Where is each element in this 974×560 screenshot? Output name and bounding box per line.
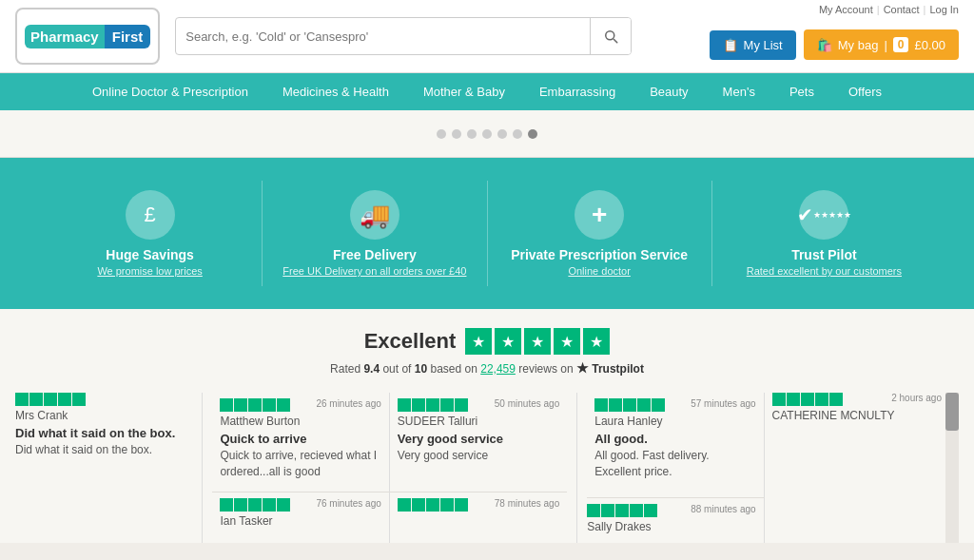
scrollbar[interactable] bbox=[945, 393, 959, 543]
review-card-mrscrank: Mrs Crank Did what it said on the box. D… bbox=[15, 393, 203, 543]
trustpilot-title: Trust Pilot bbox=[791, 247, 856, 262]
trustpilot-excellent: Excellent bbox=[364, 329, 457, 354]
tp-star-4: ★ bbox=[554, 328, 580, 355]
trustpilot-stars: ★ ★ ★ ★ ★ bbox=[465, 328, 610, 355]
reviewer-mrscrank: Mrs Crank bbox=[15, 409, 192, 422]
dot-6[interactable] bbox=[513, 129, 522, 139]
review-time-laura: 57 minutes ago bbox=[691, 398, 755, 409]
dot-2[interactable] bbox=[452, 129, 461, 139]
mylist-label: My List bbox=[744, 38, 783, 52]
review-body-laura: All good. Fast delivery. Excellent price… bbox=[594, 448, 755, 480]
bag-count: 0 bbox=[893, 37, 909, 52]
review-card-sally: 88 minutes ago Sally Drakes bbox=[587, 498, 764, 543]
feature-prescription: + Private Prescription Service Online do… bbox=[488, 181, 712, 286]
nav-medicines[interactable]: Medicines & Health bbox=[265, 73, 406, 110]
login-link[interactable]: Log In bbox=[929, 4, 959, 15]
mybag-button[interactable]: 🛍️ My bag | 0 £0.00 bbox=[804, 29, 959, 60]
dot-4[interactable] bbox=[482, 129, 492, 139]
feature-savings: £ Huge Savings We promise low prices bbox=[38, 181, 263, 286]
review-right-grid: 57 minutes ago Laura Hanley All good. Al… bbox=[577, 393, 942, 543]
reviewer-sudeer: SUDEER Talluri bbox=[398, 415, 559, 428]
nav-beauty[interactable]: Beauty bbox=[633, 73, 705, 110]
logo-pharmacy: Pharmacy bbox=[25, 25, 105, 48]
mybag-label: My bag bbox=[838, 38, 879, 52]
tp-star-3: ★ bbox=[524, 328, 551, 355]
nav-offers[interactable]: Offers bbox=[831, 73, 899, 110]
tp-star-2: ★ bbox=[495, 328, 521, 355]
review-card-sudeer: 50 minutes ago SUDEER Talluri Very good … bbox=[390, 393, 567, 492]
reviewer-laura: Laura Hanley bbox=[594, 415, 755, 428]
nav-online-doctor[interactable]: Online Doctor & Prescription bbox=[75, 73, 265, 110]
header: My Account | Contact | Log In Pharmacy F… bbox=[0, 0, 974, 73]
delivery-sub[interactable]: Free UK Delivery on all orders over £40 bbox=[282, 265, 466, 277]
tp-logo-name: Trustpilot bbox=[592, 362, 644, 376]
dot-5[interactable] bbox=[497, 129, 507, 139]
review-card-matthew: 26 minutes ago Matthew Burton Quick to a… bbox=[212, 393, 389, 492]
nav-pets[interactable]: Pets bbox=[772, 73, 831, 110]
trustpilot-sub[interactable]: Rated excellent by our customers bbox=[747, 265, 902, 277]
savings-icon: £ bbox=[126, 190, 175, 240]
trustpilot-badge-icon: ✔★★★★★ bbox=[799, 190, 848, 240]
logo[interactable]: Pharmacy First bbox=[15, 8, 160, 65]
review-stars-mrscrank bbox=[15, 393, 86, 406]
review-title-laura: All good. bbox=[594, 432, 755, 446]
reviewer-sally: Sally Drakes bbox=[587, 520, 755, 533]
dot-1[interactable] bbox=[437, 129, 446, 139]
review-title-mrscrank: Did what it said on the box. bbox=[15, 426, 192, 440]
review-card-catherine: 2 hours ago CATHERINE MCNULTY bbox=[765, 393, 942, 498]
reviews-section: Mrs Crank Did what it said on the box. D… bbox=[0, 385, 974, 543]
nav-mother-baby[interactable]: Mother & Baby bbox=[406, 73, 522, 110]
review-placeholder bbox=[765, 498, 942, 543]
bag-price: £0.00 bbox=[914, 38, 945, 52]
feature-trustpilot: ✔★★★★★ Trust Pilot Rated excellent by ou… bbox=[712, 181, 936, 286]
review-time-2hrs: 2 hours ago bbox=[891, 393, 942, 403]
search-bar bbox=[175, 17, 632, 55]
tp-logo: ★ Trustpilot bbox=[576, 362, 644, 376]
trustpilot-rated: Rated 9.4 out of 10 based on 22,459 revi… bbox=[15, 360, 959, 376]
reviewer-catherine: CATHERINE MCNULTY bbox=[772, 409, 942, 422]
features-banner: £ Huge Savings We promise low prices 🚚 F… bbox=[0, 158, 974, 309]
header-actions: 📋 My List 🛍️ My bag | 0 £0.00 bbox=[710, 12, 959, 60]
savings-title: Huge Savings bbox=[106, 247, 194, 262]
search-input[interactable] bbox=[176, 29, 590, 44]
review-card-ian: 76 minutes ago Ian Tasker bbox=[212, 492, 389, 543]
my-account-link[interactable]: My Account bbox=[819, 4, 873, 15]
review-body-sudeer: Very good service bbox=[398, 448, 559, 464]
prescription-title: Private Prescription Service bbox=[511, 247, 688, 262]
tp-outof: 10 bbox=[415, 362, 427, 376]
dot-7[interactable] bbox=[528, 129, 537, 139]
top-links: My Account | Contact | Log In bbox=[819, 4, 959, 15]
trustpilot-header: Excellent ★ ★ ★ ★ ★ bbox=[15, 328, 959, 355]
contact-link[interactable]: Contact bbox=[884, 4, 920, 15]
review-time-matthew: 26 minutes ago bbox=[316, 398, 380, 409]
search-button[interactable] bbox=[590, 18, 631, 54]
prescription-sub[interactable]: Online doctor bbox=[568, 265, 630, 277]
review-time-sally: 88 minutes ago bbox=[691, 504, 755, 514]
review-card-78: 78 minutes ago bbox=[390, 492, 567, 543]
slider-dots bbox=[0, 110, 974, 158]
logo-first: First bbox=[105, 25, 151, 48]
reviewer-matthew: Matthew Burton bbox=[220, 415, 380, 428]
main-nav: Online Doctor & Prescription Medicines &… bbox=[0, 73, 974, 110]
delivery-icon: 🚚 bbox=[350, 190, 399, 240]
nav-mens[interactable]: Men's bbox=[706, 73, 772, 110]
review-title-matthew: Quick to arrive bbox=[220, 432, 380, 446]
tp-star-5: ★ bbox=[583, 328, 610, 355]
review-body-matthew: Quick to arrive, recieved what I ordered… bbox=[220, 448, 380, 480]
nav-embarrassing[interactable]: Embarrassing bbox=[522, 73, 633, 110]
review-time-ian: 76 minutes ago bbox=[316, 498, 380, 509]
mylist-button[interactable]: 📋 My List bbox=[710, 30, 796, 60]
review-card-laura: 57 minutes ago Laura Hanley All good. Al… bbox=[587, 393, 764, 498]
feature-delivery: 🚚 Free Delivery Free UK Delivery on all … bbox=[263, 181, 487, 286]
tp-rating: 9.4 bbox=[363, 362, 380, 376]
delivery-title: Free Delivery bbox=[333, 247, 417, 262]
prescription-icon: + bbox=[575, 190, 624, 240]
tp-star-1: ★ bbox=[465, 328, 492, 355]
savings-sub[interactable]: We promise low prices bbox=[97, 265, 202, 277]
review-body-mrscrank: Did what it said on the box. bbox=[15, 442, 192, 458]
tp-reviews-link[interactable]: 22,459 bbox=[480, 362, 516, 376]
scrollbar-thumb[interactable] bbox=[945, 393, 959, 431]
reviewer-ian: Ian Tasker bbox=[220, 514, 380, 528]
dot-3[interactable] bbox=[467, 129, 477, 139]
search-icon bbox=[602, 28, 619, 45]
